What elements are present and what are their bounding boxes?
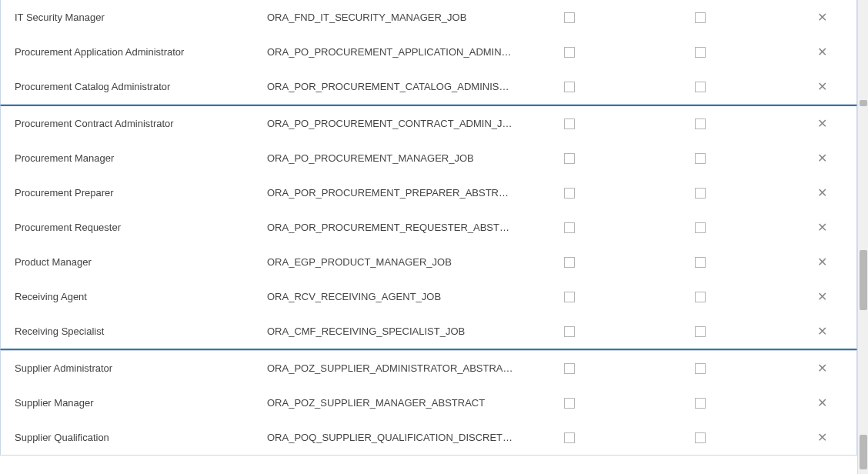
close-icon[interactable]: ✕ [815,255,829,269]
checkbox-col1[interactable] [564,326,575,337]
close-icon[interactable]: ✕ [815,431,829,445]
role-name: IT Security Manager [5,12,259,23]
role-code: ORA_EGP_PRODUCT_MANAGER_JOB [259,256,552,268]
table-row: Procurement Manager ORA_PO_PROCUREMENT_M… [1,141,856,175]
table-row: Procurement Requester ORA_POR_PROCUREMEN… [1,210,856,245]
checkbox-col2[interactable] [695,363,706,374]
role-name: Receiving Specialist [5,325,259,337]
checkbox-col2[interactable] [695,326,706,337]
role-code: ORA_PO_PROCUREMENT_APPLICATION_ADMIN… [259,46,552,58]
role-code: ORA_POR_PROCUREMENT_REQUESTER_ABST… [259,222,552,233]
scrollbar-thumb[interactable] [860,100,867,106]
close-icon[interactable]: ✕ [815,221,829,235]
checkbox-col1[interactable] [564,47,575,58]
table-row: Supplier Administrator ORA_POZ_SUPPLIER_… [1,351,856,386]
table-row: Product Manager ORA_EGP_PRODUCT_MANAGER_… [1,245,856,279]
checkbox-col2[interactable] [695,188,706,199]
role-code: ORA_POR_PROCUREMENT_CATALOG_ADMINIS… [259,81,552,92]
role-name: Supplier Qualification [5,432,259,443]
role-name: Procurement Contract Administrator [5,118,259,129]
checkbox-col1[interactable] [564,292,575,302]
role-name: Procurement Preparer [5,187,259,199]
checkbox-col1[interactable] [564,118,575,129]
scrollbar-thumb[interactable] [860,250,867,310]
checkbox-col2[interactable] [695,432,706,443]
checkbox-col2[interactable] [695,153,706,164]
role-code: ORA_POQ_SUPPLIER_QUALIFICATION_DISCRET… [259,432,552,443]
checkbox-col1[interactable] [564,153,575,164]
role-code: ORA_PO_PROCUREMENT_CONTRACT_ADMIN_J… [259,118,552,129]
close-icon[interactable]: ✕ [815,186,829,200]
role-code: ORA_FND_IT_SECURITY_MANAGER_JOB [259,12,552,23]
checkbox-col1[interactable] [564,432,575,443]
table-row: Receiving Agent ORA_RCV_RECEIVING_AGENT_… [1,279,856,314]
role-name: Procurement Catalog Administrator [5,81,259,92]
checkbox-col1[interactable] [564,398,575,409]
role-code: ORA_POZ_SUPPLIER_MANAGER_ABSTRACT [259,397,552,409]
table-row: IT Security Manager ORA_FND_IT_SECURITY_… [1,0,856,35]
close-icon[interactable]: ✕ [815,325,829,339]
close-icon[interactable]: ✕ [815,45,829,59]
close-icon[interactable]: ✕ [815,11,829,25]
checkbox-col1[interactable] [564,257,575,268]
checkbox-col2[interactable] [695,257,706,268]
role-name: Supplier Manager [5,397,259,409]
role-name: Product Manager [5,256,259,268]
role-code: ORA_CMF_RECEIVING_SPECIALIST_JOB [259,325,552,337]
checkbox-col2[interactable] [695,47,706,58]
checkbox-col1[interactable] [564,12,575,23]
table-row: Procurement Contract Administrator ORA_P… [1,106,856,141]
table-row: Supplier Manager ORA_POZ_SUPPLIER_MANAGE… [1,386,856,420]
close-icon[interactable]: ✕ [815,80,829,94]
table-row: Receiving Specialist ORA_CMF_RECEIVING_S… [1,314,856,349]
checkbox-col2[interactable] [695,292,706,302]
role-code: ORA_POR_PROCUREMENT_PREPARER_ABSTR… [259,187,552,199]
close-icon[interactable]: ✕ [815,152,829,165]
role-code: ORA_PO_PROCUREMENT_MANAGER_JOB [259,152,552,164]
close-icon[interactable]: ✕ [815,290,829,304]
checkbox-col1[interactable] [564,82,575,92]
checkbox-col2[interactable] [695,118,706,129]
checkbox-col2[interactable] [695,222,706,233]
table-row: Procurement Catalog Administrator ORA_PO… [1,69,856,104]
roles-table: IT Security Manager ORA_FND_IT_SECURITY_… [0,0,857,474]
table-row: Procurement Application Administrator OR… [1,35,856,69]
table-row: Procurement Preparer ORA_POR_PROCUREMENT… [1,175,856,210]
close-icon[interactable]: ✕ [815,362,829,376]
panel-1: IT Security Manager ORA_FND_IT_SECURITY_… [0,0,857,105]
checkbox-col2[interactable] [695,82,706,92]
role-name: Receiving Agent [5,291,259,302]
scrollbar[interactable] [857,0,868,474]
panel-3: Supplier Administrator ORA_POZ_SUPPLIER_… [0,350,857,456]
role-name: Procurement Manager [5,152,259,164]
checkbox-col1[interactable] [564,188,575,199]
close-icon[interactable]: ✕ [815,396,829,410]
checkbox-col2[interactable] [695,398,706,409]
table-row: Supplier Qualification ORA_POQ_SUPPLIER_… [1,420,856,455]
checkbox-col1[interactable] [564,222,575,233]
panel-2: Procurement Contract Administrator ORA_P… [0,105,857,350]
scrollbar-thumb[interactable] [860,435,867,469]
role-name: Supplier Administrator [5,362,259,374]
role-name: Procurement Requester [5,222,259,233]
role-code: ORA_RCV_RECEIVING_AGENT_JOB [259,291,552,302]
checkbox-col1[interactable] [564,363,575,374]
role-name: Procurement Application Administrator [5,46,259,58]
role-code: ORA_POZ_SUPPLIER_ADMINISTRATOR_ABSTRA… [259,362,552,374]
checkbox-col2[interactable] [695,12,706,23]
close-icon[interactable]: ✕ [815,117,829,131]
